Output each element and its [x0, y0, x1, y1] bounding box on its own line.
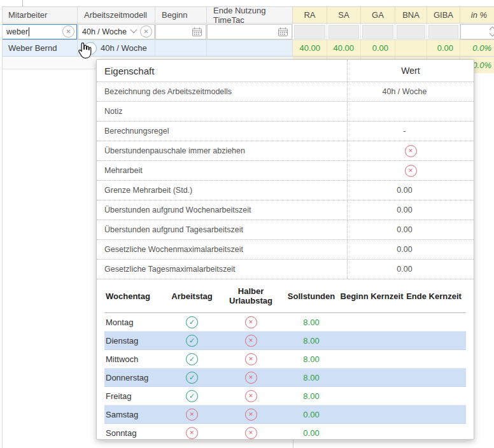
column-header-arbeitszeitmodell[interactable]: Arbeitszeitmodell [78, 7, 155, 23]
column-header-ra[interactable]: RA [293, 7, 327, 23]
column-header-beginn[interactable]: Beginn [155, 7, 207, 23]
check-circle-icon [186, 335, 198, 347]
cross-circle-icon [245, 390, 257, 402]
ende-nutzung-date-filter[interactable] [207, 24, 292, 39]
cross-circle-icon [406, 125, 418, 137]
sa-value-cell[interactable]: 40.00 [327, 40, 361, 56]
weekday-row: Donnerstag 8.00 [104, 368, 466, 387]
percent-value-cell[interactable]: 0.0% [460, 40, 494, 56]
text-caret [29, 27, 29, 36]
cross-circle-icon [405, 145, 417, 157]
weekday-row: Samstag 0.00 [104, 405, 466, 424]
ra-value-cell[interactable]: 40.00 [293, 40, 327, 56]
ga-value-cell[interactable]: 0.00 [361, 40, 395, 56]
cross-circle-icon [186, 427, 198, 439]
top-divider [22, 0, 23, 6]
ra-filter-disabled [294, 25, 325, 39]
clear-filter-icon[interactable]: ✕ [140, 25, 152, 38]
hand-cursor-icon [76, 41, 94, 61]
arbeitszeitmodell-filter-text: 40h / Woche [82, 27, 127, 36]
value-column-header: Wert [348, 60, 474, 81]
grid-left-border [2, 6, 3, 448]
weekday-table-header: Wochentag Arbeitstag Halber Urlaubstag S… [104, 279, 466, 313]
tooltip-header-row: Eigenschaft Wert [97, 60, 474, 82]
cross-circle-icon [405, 106, 417, 118]
chevron-down-icon[interactable] [130, 26, 137, 33]
giba-value-cell[interactable]: 0.00 [427, 40, 460, 56]
property-row: Gesetzliche Wochenmaximalarbeitszeit 0.0… [97, 240, 474, 260]
column-header-ende-nutzung[interactable]: Ende Nutzung TimeTac [207, 7, 293, 23]
cross-circle-icon [413, 204, 425, 216]
property-row: Notiz [97, 102, 474, 122]
cross-circle-icon [245, 427, 257, 439]
grid-header-row: Mitarbeiter Arbeitszeitmodell Beginn End… [2, 6, 494, 24]
mitarbeiter-filter-input[interactable]: weber ✕ [2, 24, 77, 39]
bna-value-cell[interactable] [395, 40, 427, 56]
employee-row[interactable]: Weber Bernd i 40h / Woche 40.00 40.00 0.… [2, 40, 494, 57]
cross-circle-icon [413, 224, 425, 236]
check-circle-icon [186, 316, 198, 328]
weekday-table: Wochentag Arbeitstag Halber Urlaubstag S… [104, 279, 466, 442]
weekday-row: Freitag 8.00 [104, 387, 466, 405]
calendar-icon[interactable] [278, 27, 288, 37]
property-row: Mehrarbeit [97, 161, 474, 181]
worktime-model-tooltip: Eigenschaft Wert Bezeichnung des Arbeits… [96, 59, 474, 440]
column-header-sa[interactable]: SA [327, 7, 361, 23]
property-row: Überstunden aufgrund Wochenarbeitszeit 0… [97, 200, 474, 220]
cross-circle-icon [245, 353, 257, 365]
weekday-row: Sonntag 0.00 [104, 424, 466, 442]
property-row: Grenze Mehrarbeit (Std.) 0.00 [97, 181, 474, 200]
top-strip [0, 0, 494, 6]
giba-filter-disabled [428, 25, 458, 39]
arbeitszeitmodell-filter-select[interactable]: 40h / Woche ✕ [78, 24, 155, 39]
property-row: Bezeichnung des Arbeitszeitmodells 40h /… [97, 82, 474, 102]
check-circle-icon [186, 390, 198, 402]
ende-nutzung-cell[interactable] [207, 40, 293, 56]
property-row: Gesetzliche Tagesmaximalarbeitszeit 0.00 [97, 260, 474, 279]
weekday-row: Dienstag 8.00 [104, 332, 466, 350]
ga-filter-disabled [362, 25, 393, 39]
column-header-mitarbeiter[interactable]: Mitarbeiter [2, 7, 78, 23]
check-circle-icon [186, 353, 198, 365]
employee-name-cell[interactable]: Weber Bernd [2, 40, 78, 56]
weekday-row: Montag 8.00 [104, 313, 466, 332]
property-row: Überstunden aufgrund Tagesarbeitszeit 0.… [97, 220, 474, 240]
column-header-giba[interactable]: GIBA [427, 7, 460, 23]
property-row: Berechnungsregel - [97, 122, 474, 141]
timetac-worktime-model-screen: Mitarbeiter Arbeitszeitmodell Beginn End… [0, 0, 494, 448]
cross-circle-icon [245, 409, 257, 421]
sa-filter-disabled [328, 25, 359, 39]
cross-circle-icon [427, 86, 439, 98]
property-row: Überstundenpauschale immer abziehen [97, 141, 474, 161]
check-circle-icon [186, 372, 198, 384]
beginn-date-filter[interactable] [155, 24, 206, 39]
beginn-cell[interactable] [155, 40, 207, 56]
spinner-icon[interactable] [490, 27, 494, 36]
grid-filter-row: weber ✕ 40h / Woche ✕ [2, 24, 494, 40]
cross-circle-icon [413, 244, 425, 256]
column-header-ga[interactable]: GA [361, 7, 395, 23]
cross-circle-icon [245, 316, 257, 328]
property-column-header: Eigenschaft [97, 60, 348, 81]
weekday-row: Mittwoch 8.00 [104, 350, 466, 368]
cross-circle-icon [245, 372, 257, 384]
cross-circle-icon [413, 263, 425, 276]
column-header-percent[interactable]: in % [460, 7, 494, 23]
cross-circle-icon [405, 165, 417, 177]
column-header-bna[interactable]: BNA [395, 7, 427, 23]
clear-filter-icon[interactable]: ✕ [62, 25, 74, 38]
mitarbeiter-filter-text: weber [6, 27, 28, 36]
cross-circle-icon [186, 409, 198, 421]
percent-filter-spinner[interactable] [460, 24, 494, 39]
cross-circle-icon [413, 185, 425, 197]
bna-filter-disabled [397, 25, 425, 39]
cross-circle-icon [245, 335, 257, 347]
calendar-icon[interactable] [192, 27, 202, 37]
